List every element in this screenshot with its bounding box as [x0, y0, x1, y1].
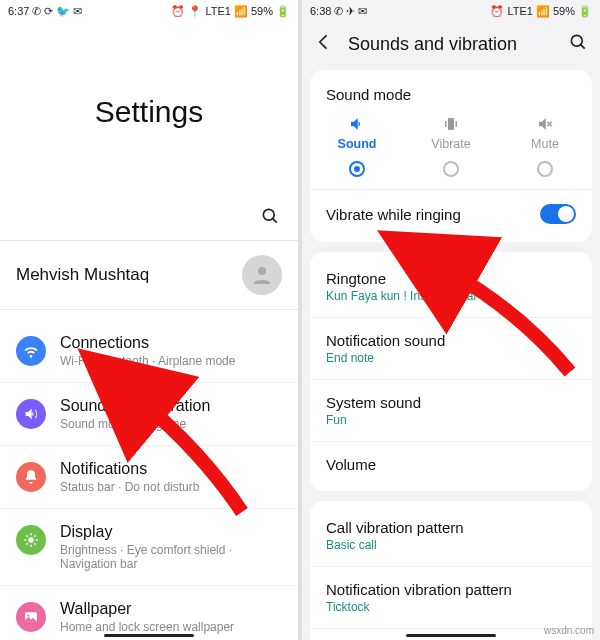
back-button[interactable]: [314, 32, 334, 56]
item-title: Sounds and vibration: [60, 397, 210, 415]
twitter-icon: 🐦: [56, 5, 70, 18]
radio-sound[interactable]: [349, 161, 365, 177]
status-bar: 6:37 ✆ ⟳ 🐦 ✉ ⏰ 📍 LTE1 📶 59% 🔋: [0, 0, 298, 22]
row-title: Notification vibration pattern: [326, 581, 512, 598]
item-sub: Wi-Fi · Bluetooth · Airplane mode: [60, 354, 235, 368]
sound-mode-card: Sound mode Sound Vibrate Mute: [310, 70, 592, 242]
row-sub: Kun Faya kun ! Instrumental: [326, 289, 476, 303]
mode-label: Sound: [338, 137, 377, 151]
notifications-item[interactable]: Notifications Status bar · Do not distur…: [0, 445, 298, 508]
svg-line-10: [34, 535, 35, 536]
mode-mute[interactable]: Mute: [498, 115, 591, 151]
row-title: Call vibration pattern: [326, 519, 464, 536]
row-title: Volume: [326, 456, 376, 473]
row-title: System sound: [326, 394, 421, 411]
item-title: Wallpaper: [60, 600, 234, 618]
display-item[interactable]: Display Brightness · Eye comfort shield …: [0, 508, 298, 585]
message-icon: ✉: [358, 5, 367, 18]
search-icon: [260, 206, 280, 226]
home-indicator[interactable]: [104, 634, 194, 637]
mode-vibrate[interactable]: Vibrate: [404, 115, 497, 151]
notification-sound-row[interactable]: Notification sound End note: [310, 317, 592, 379]
row-sub: Ticktock: [326, 600, 512, 614]
item-sub: Home and lock screen wallpaper: [60, 620, 234, 634]
mode-label: Mute: [531, 137, 559, 151]
search-button[interactable]: [0, 202, 298, 240]
bell-icon: [16, 462, 46, 492]
svg-line-11: [26, 543, 27, 544]
telegram-icon: ✈: [346, 5, 355, 18]
chevron-left-icon: [314, 32, 334, 52]
image-icon: [16, 602, 46, 632]
svg-point-14: [571, 35, 582, 46]
radio-vibrate[interactable]: [443, 161, 459, 177]
watermark: wsxdn.com: [544, 625, 594, 636]
notification-vibration-row[interactable]: Notification vibration pattern Ticktock: [310, 566, 592, 628]
svg-point-0: [263, 209, 274, 220]
search-icon: [568, 32, 588, 52]
status-bar: 6:38 ✆ ✈ ✉ ⏰ LTE1 📶 59% 🔋: [302, 0, 600, 22]
ringtone-row[interactable]: Ringtone Kun Faya kun ! Instrumental: [310, 256, 592, 317]
settings-list: Connections Wi-Fi · Bluetooth · Airplane…: [0, 320, 298, 640]
status-time: 6:37: [8, 5, 29, 17]
svg-point-3: [28, 537, 33, 542]
sounds-vibration-item[interactable]: Sounds and vibration Sound mode · Ringto…: [0, 382, 298, 445]
svg-line-1: [273, 219, 277, 223]
volte-icon: LTE1: [507, 5, 532, 17]
sounds-card: Ringtone Kun Faya kun ! Instrumental Not…: [310, 252, 592, 491]
battery-text: 59%: [251, 5, 273, 17]
svg-point-2: [258, 267, 266, 275]
avatar: [242, 255, 282, 295]
svg-line-8: [26, 535, 27, 536]
row-title: Vibrate while ringing: [326, 206, 461, 223]
whatsapp-icon: ✆: [334, 5, 343, 18]
mode-label: Vibrate: [431, 137, 470, 151]
system-sound-row[interactable]: System sound Fun: [310, 379, 592, 441]
item-title: Connections: [60, 334, 235, 352]
item-title: Notifications: [60, 460, 199, 478]
sound-mode-label: Sound mode: [310, 74, 592, 109]
location-icon: 📍: [188, 5, 202, 18]
mode-sound[interactable]: Sound: [310, 115, 403, 151]
mute-icon: [536, 115, 554, 133]
battery-icon: 🔋: [578, 5, 592, 18]
row-sub: Fun: [326, 413, 421, 427]
wifi-icon: [16, 336, 46, 366]
sound-icon: [348, 115, 366, 133]
sun-icon: [16, 525, 46, 555]
volume-row[interactable]: Volume: [310, 441, 592, 487]
row-title: Ringtone: [326, 270, 476, 287]
account-row[interactable]: Mehvish Mushtaq: [0, 240, 298, 310]
vibrate-ringing-toggle[interactable]: [540, 204, 576, 224]
alarm-icon: ⏰: [171, 5, 185, 18]
item-sub: Status bar · Do not disturb: [60, 480, 199, 494]
whatsapp-icon: ✆: [32, 5, 41, 18]
svg-rect-16: [448, 118, 454, 130]
row-sub: Basic call: [326, 538, 464, 552]
row-title: Notification sound: [326, 332, 445, 349]
battery-text: 59%: [553, 5, 575, 17]
svg-point-13: [27, 615, 29, 617]
svg-line-15: [581, 45, 585, 49]
vibration-card: Call vibration pattern Basic call Notifi…: [310, 501, 592, 640]
volte-icon: LTE1: [205, 5, 230, 17]
item-sub: Brightness · Eye comfort shield · Naviga…: [60, 543, 282, 571]
radio-mute[interactable]: [537, 161, 553, 177]
account-name: Mehvish Mushtaq: [16, 265, 149, 285]
battery-icon: 🔋: [276, 5, 290, 18]
signal-icon: 📶: [234, 5, 248, 18]
signal-icon: 📶: [536, 5, 550, 18]
call-vibration-row[interactable]: Call vibration pattern Basic call: [310, 505, 592, 566]
status-time: 6:38: [310, 5, 331, 17]
sounds-vibration-screen: 6:38 ✆ ✈ ✉ ⏰ LTE1 📶 59% 🔋 Sounds and vib…: [302, 0, 600, 640]
item-title: Display: [60, 523, 282, 541]
page-title: Settings: [0, 22, 298, 202]
connections-item[interactable]: Connections Wi-Fi · Bluetooth · Airplane…: [0, 320, 298, 382]
volume-icon: [16, 399, 46, 429]
message-icon: ✉: [73, 5, 82, 18]
search-button[interactable]: [568, 32, 588, 56]
home-indicator[interactable]: [406, 634, 496, 637]
vibrate-while-ringing-row[interactable]: Vibrate while ringing: [310, 190, 592, 238]
wallpaper-item[interactable]: Wallpaper Home and lock screen wallpaper: [0, 585, 298, 640]
row-sub: End note: [326, 351, 445, 365]
